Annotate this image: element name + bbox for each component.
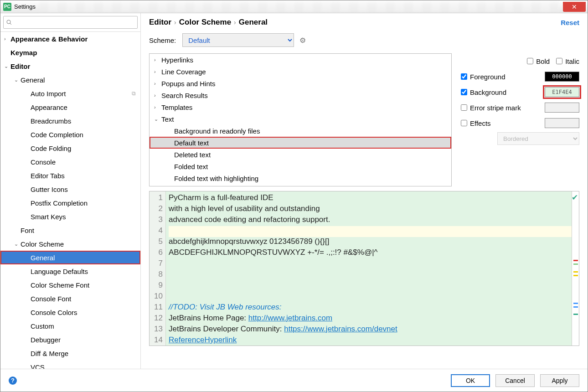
- sidebar-item-debugger[interactable]: Debugger: [0, 333, 140, 346]
- dialog-footer: ? OK Cancel Apply: [0, 369, 588, 392]
- effects-type-select[interactable]: Bordered: [497, 132, 579, 145]
- sidebar-item-auto-import[interactable]: Auto Import⧉: [0, 87, 140, 100]
- reset-link[interactable]: Reset: [561, 19, 579, 26]
- errorstripe-swatch[interactable]: [545, 103, 579, 113]
- sidebar-item-general[interactable]: General: [0, 251, 140, 264]
- attr-line-coverage[interactable]: ›Line Coverage: [150, 66, 451, 77]
- attr-default-text[interactable]: Default text: [150, 137, 451, 149]
- sidebar-item-code-folding[interactable]: Code Folding: [0, 141, 140, 155]
- effects-swatch[interactable]: [545, 118, 579, 128]
- search-input[interactable]: [3, 16, 138, 29]
- settings-sidebar: ›Appearance & BehaviorKeymap⌄Editor⌄Gene…: [0, 13, 141, 369]
- sidebar-item-color-scheme-font[interactable]: Color Scheme Font: [0, 278, 140, 292]
- sidebar-item-editor-tabs[interactable]: Editor Tabs: [0, 169, 140, 182]
- bold-checkbox[interactable]: Bold: [527, 57, 550, 65]
- attr-popups-and-hints[interactable]: ›Popups and Hints: [150, 77, 451, 89]
- attr-folded-text[interactable]: Folded text: [150, 160, 451, 172]
- foreground-checkbox[interactable]: Foreground: [461, 73, 505, 81]
- sidebar-item-general[interactable]: ⌄General: [0, 73, 140, 87]
- italic-checkbox[interactable]: Italic: [556, 57, 579, 65]
- sidebar-item-custom[interactable]: Custom: [0, 319, 140, 333]
- sidebar-item-vcs[interactable]: VCS: [0, 360, 140, 369]
- copy-icon: ⧉: [132, 90, 136, 97]
- scheme-select[interactable]: Default: [182, 33, 294, 47]
- code-preview: PyCharm is a full-featured IDEwith a hig…: [166, 191, 572, 346]
- window-title: Settings: [14, 3, 36, 10]
- ok-button[interactable]: OK: [451, 374, 490, 387]
- breadcrumb-general: General: [239, 18, 268, 27]
- sidebar-item-appearance[interactable]: Appearance: [0, 100, 140, 114]
- sidebar-item-language-defaults[interactable]: Language Defaults: [0, 264, 140, 278]
- breadcrumb-editor[interactable]: Editor: [149, 18, 171, 27]
- close-button[interactable]: ✕: [563, 2, 586, 12]
- apply-button[interactable]: Apply: [540, 374, 579, 387]
- help-icon[interactable]: ?: [9, 377, 17, 385]
- settings-tree[interactable]: ›Appearance & BehaviorKeymap⌄Editor⌄Gene…: [0, 32, 140, 369]
- scheme-label: Scheme:: [149, 36, 176, 44]
- title-bar: PC Settings ✕: [0, 0, 588, 13]
- sidebar-item-postfix-completion[interactable]: Postfix Completion: [0, 196, 140, 210]
- attribute-tree[interactable]: ›Hyperlinks›Line Coverage›Popups and Hin…: [149, 53, 452, 186]
- sidebar-item-appearance-behavior[interactable]: ›Appearance & Behavior: [0, 32, 140, 46]
- preview-pane: 1234567891011121314 PyCharm is a full-fe…: [149, 191, 579, 346]
- sidebar-item-console[interactable]: Console: [0, 155, 140, 169]
- title-blur: [39, 2, 559, 12]
- chevron-right-icon: ›: [234, 19, 236, 26]
- sidebar-item-color-scheme[interactable]: ⌄Color Scheme: [0, 237, 140, 251]
- chevron-right-icon: ›: [174, 19, 176, 26]
- content-pane: Editor › Color Scheme › General Reset Sc…: [141, 13, 588, 369]
- sidebar-item-console-font[interactable]: Console Font: [0, 292, 140, 305]
- errorstripe-checkbox[interactable]: Error stripe mark: [461, 104, 521, 112]
- foreground-swatch[interactable]: 000000: [545, 72, 579, 82]
- sidebar-item-breadcrumbs[interactable]: Breadcrumbs: [0, 114, 140, 128]
- attr-templates[interactable]: ›Templates: [150, 101, 451, 113]
- attr-deleted-text[interactable]: Deleted text: [150, 149, 451, 160]
- sidebar-item-keymap[interactable]: Keymap: [0, 46, 140, 59]
- sidebar-item-gutter-icons[interactable]: Gutter Icons: [0, 182, 140, 196]
- attr-folded-text-with-highlighting[interactable]: Folded text with highlighting: [150, 172, 451, 184]
- check-icon: ✔: [572, 193, 578, 202]
- sidebar-item-smart-keys[interactable]: Smart Keys: [0, 210, 140, 223]
- gear-icon[interactable]: ⚙: [299, 36, 306, 45]
- cancel-button[interactable]: Cancel: [495, 374, 535, 387]
- background-swatch[interactable]: E1F4E4: [545, 87, 579, 97]
- sidebar-item-editor[interactable]: ⌄Editor: [0, 59, 140, 73]
- marker-bar: ✔: [572, 191, 579, 346]
- attr-background-in-readonly-files[interactable]: Background in readonly files: [150, 125, 451, 137]
- gutter: 1234567891011121314: [150, 191, 166, 346]
- effects-checkbox[interactable]: Effects: [461, 119, 491, 127]
- sidebar-item-code-completion[interactable]: Code Completion: [0, 128, 140, 141]
- attr-hyperlinks[interactable]: ›Hyperlinks: [150, 54, 451, 66]
- breadcrumb-colorscheme[interactable]: Color Scheme: [179, 18, 231, 27]
- background-checkbox[interactable]: Background: [461, 88, 506, 96]
- sidebar-item-diff-merge[interactable]: Diff & Merge: [0, 346, 140, 360]
- style-options: Bold Italic Foreground 000000 Background…: [452, 53, 579, 186]
- sidebar-item-console-colors[interactable]: Console Colors: [0, 305, 140, 319]
- attr-search-results[interactable]: ›Search Results: [150, 89, 451, 101]
- attr-text[interactable]: ⌄Text: [150, 113, 451, 125]
- app-icon: PC: [3, 3, 11, 11]
- sidebar-item-font[interactable]: Font: [0, 223, 140, 237]
